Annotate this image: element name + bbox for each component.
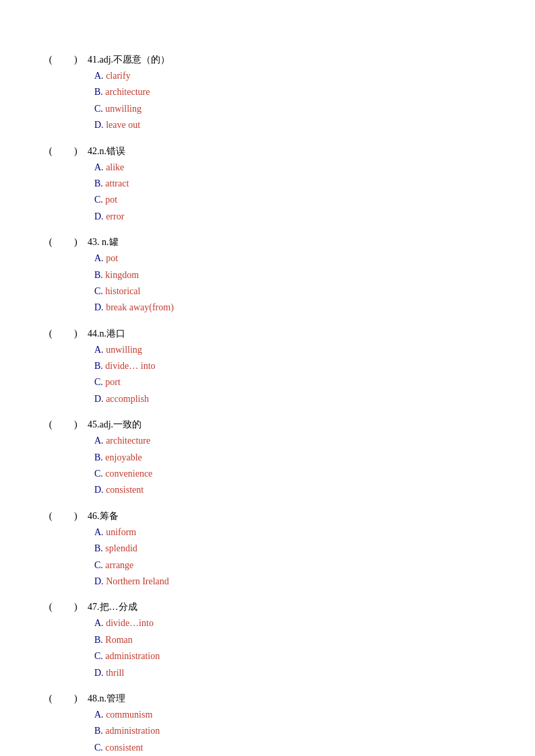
question-block-46: ( )46.筹备A. uniformB. splendidC. arrangeD…: [40, 510, 495, 590]
bracket-close-47: ): [74, 602, 88, 613]
option-label-47-0: A.: [94, 618, 106, 628]
option-43-0: A. pot: [94, 251, 495, 266]
option-47-0: A. divide…into: [94, 616, 495, 631]
option-text-41-0: clarify: [106, 71, 131, 81]
question-text-46: 46.筹备: [88, 510, 119, 522]
question-header-45: ( )45.adj.一致的: [40, 419, 495, 431]
option-label-42-1: B.: [94, 178, 105, 188]
options-45: A. architectureB. enjoyableC. convenienc…: [94, 434, 495, 498]
option-text-44-1: divide… into: [105, 361, 155, 371]
option-text-48-0: communism: [106, 710, 152, 720]
option-42-3: D. error: [94, 209, 495, 224]
bracket-open-46: (: [40, 511, 61, 522]
option-label-45-3: D.: [94, 485, 106, 495]
option-44-3: D. accomplish: [94, 392, 495, 407]
bracket-close-43: ): [74, 237, 88, 248]
option-41-2: C. unwilling: [94, 102, 495, 116]
option-text-45-1: enjoyable: [105, 452, 141, 462]
question-header-41: ( )41.adj.不愿意（的）: [40, 54, 495, 66]
option-text-42-0: alike: [106, 162, 124, 172]
question-block-48: ( )48.n.管理A. communismB. administrationC…: [40, 693, 495, 756]
option-label-48-0: A.: [94, 710, 106, 720]
option-46-3: D. Northern Ireland: [94, 574, 495, 589]
option-text-46-1: splendid: [105, 543, 137, 553]
option-text-41-3: leave out: [106, 120, 140, 130]
option-label-44-1: B.: [94, 361, 105, 371]
option-text-41-1: architecture: [105, 87, 150, 97]
options-44: A. unwillingB. divide… intoC. portD. acc…: [94, 343, 495, 407]
option-text-42-3: error: [106, 211, 124, 221]
bracket-open-48: (: [40, 693, 61, 704]
option-47-2: C. administration: [94, 649, 495, 664]
option-text-46-0: uniform: [106, 527, 136, 537]
question-header-47: ( )47.把…分成: [40, 601, 495, 613]
question-header-46: ( )46.筹备: [40, 510, 495, 522]
option-44-2: C. port: [94, 375, 495, 390]
option-41-0: A. clarify: [94, 69, 495, 83]
answer-space-46: [61, 511, 74, 522]
option-label-44-2: C.: [94, 377, 105, 387]
bracket-open-44: (: [40, 329, 61, 339]
option-48-2: C. consistent: [94, 741, 495, 755]
questions-container: ( )41.adj.不愿意（的）A. clarifyB. architectur…: [40, 54, 495, 756]
option-text-48-2: consistent: [105, 743, 143, 753]
question-text-41: 41.adj.不愿意（的）: [88, 54, 170, 66]
bracket-close-42: ): [74, 146, 88, 157]
option-label-44-0: A.: [94, 345, 106, 355]
option-label-47-3: D.: [94, 668, 106, 678]
options-47: A. divide…intoB. RomanC. administrationD…: [94, 616, 495, 681]
bracket-open-45: (: [40, 419, 61, 430]
option-text-44-3: accomplish: [106, 394, 149, 404]
option-45-2: C. convenience: [94, 467, 495, 481]
question-block-47: ( )47.把…分成A. divide…intoB. RomanC. admin…: [40, 601, 495, 681]
answer-space-44: [61, 329, 74, 339]
option-label-42-3: D.: [94, 211, 106, 221]
question-text-45: 45.adj.一致的: [88, 419, 141, 431]
option-label-46-3: D.: [94, 576, 106, 586]
bracket-close-44: ): [74, 329, 88, 339]
answer-space-43: [61, 237, 74, 248]
option-label-41-3: D.: [94, 120, 106, 130]
option-text-46-2: arrange: [105, 560, 133, 570]
option-47-1: B. Roman: [94, 633, 495, 648]
bracket-close-48: ): [74, 693, 88, 704]
options-41: A. clarifyB. architectureC. unwillingD. …: [94, 69, 495, 133]
option-text-43-3: break away(from): [106, 302, 174, 312]
answer-space-45: [61, 419, 74, 430]
option-label-44-3: D.: [94, 394, 106, 404]
option-text-44-0: unwilling: [106, 345, 142, 355]
option-label-46-1: B.: [94, 543, 105, 553]
option-text-45-0: architecture: [106, 436, 150, 446]
option-45-3: D. consistent: [94, 483, 495, 497]
option-label-47-1: B.: [94, 635, 105, 645]
option-label-43-1: B.: [94, 270, 105, 280]
answer-space-41: [61, 55, 74, 65]
question-text-43: 43. n.罐: [88, 236, 119, 248]
option-46-0: A. uniform: [94, 525, 495, 540]
question-header-43: ( )43. n.罐: [40, 236, 495, 248]
option-label-41-0: A.: [94, 71, 106, 81]
question-text-47: 47.把…分成: [88, 601, 137, 613]
option-text-43-2: historical: [105, 286, 140, 296]
bracket-open-47: (: [40, 602, 61, 613]
option-43-1: B. kingdom: [94, 268, 495, 283]
option-44-1: B. divide… into: [94, 359, 495, 374]
answer-space-47: [61, 602, 74, 613]
option-46-2: C. arrange: [94, 558, 495, 573]
option-label-41-1: B.: [94, 87, 105, 97]
question-block-45: ( )45.adj.一致的A. architectureB. enjoyable…: [40, 419, 495, 498]
question-block-42: ( )42.n.错误A. alikeB. attractC. potD. err…: [40, 145, 495, 225]
option-label-43-3: D.: [94, 302, 106, 312]
options-46: A. uniformB. splendidC. arrangeD. Northe…: [94, 525, 495, 590]
question-block-41: ( )41.adj.不愿意（的）A. clarifyB. architectur…: [40, 54, 495, 133]
option-text-47-2: administration: [105, 651, 160, 661]
option-text-43-1: kingdom: [105, 270, 139, 280]
bracket-close-46: ): [74, 511, 88, 522]
bracket-close-45: ): [74, 419, 88, 430]
question-text-42: 42.n.错误: [88, 145, 125, 158]
options-43: A. potB. kingdomC. historicalD. break aw…: [94, 251, 495, 316]
option-label-42-0: A.: [94, 162, 106, 172]
option-text-47-1: Roman: [105, 635, 132, 645]
option-44-0: A. unwilling: [94, 343, 495, 357]
option-text-47-0: divide…into: [106, 618, 154, 628]
